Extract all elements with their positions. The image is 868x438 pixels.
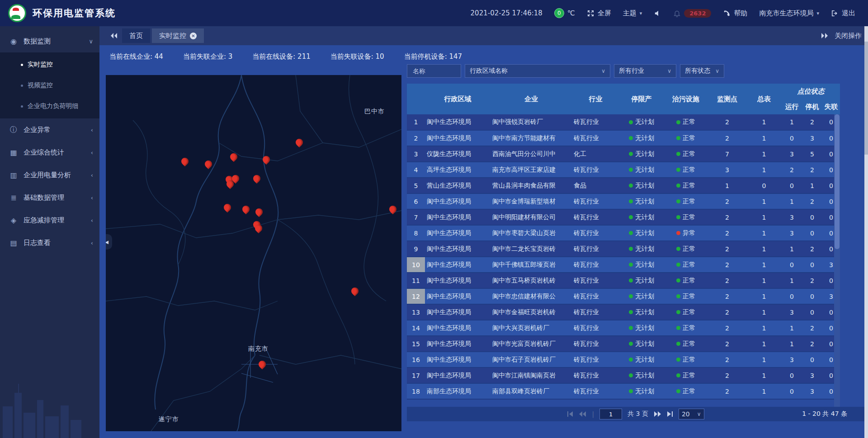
cell-company: 阆中市江南镇阆南页岩: [491, 367, 572, 383]
sidebar-item-基础数据管理[interactable]: ≣基础数据管理‹: [0, 186, 99, 209]
table-row[interactable]: 14阆中生态环境局阆中大兴页岩机砖厂砖瓦行业无计划正常21120: [407, 320, 840, 336]
industry-select[interactable]: 所有行业∨: [614, 64, 676, 78]
sidebar-subitem-企业电力负荷明细[interactable]: 企业电力负荷明细: [0, 96, 99, 117]
sidebar-item-日志查看[interactable]: ▤日志查看‹: [0, 231, 99, 254]
table-row[interactable]: 4高坪生态环境局南充市高坪区王家店建砖瓦行业无计划正常31220: [407, 162, 840, 178]
status-dot-icon: [676, 373, 680, 377]
table-row[interactable]: 10阆中生态环境局阆中千佛镇五郎垭页岩砖瓦行业无计划正常21003: [407, 257, 840, 273]
table-scrollbar-thumb[interactable]: [835, 114, 840, 249]
page-number-input[interactable]: [599, 409, 622, 419]
fullscreen-button[interactable]: 全屏: [587, 9, 611, 18]
sidebar: ◉数据监测∨实时监控视频监控企业电力负荷明细ⓘ企业异常‹▦企业综合统计‹▥企业用…: [0, 26, 99, 438]
table-row[interactable]: 6阆中生态环境局阆中市金博瑞新型墙材砖瓦行业无计划正常21120: [407, 193, 840, 209]
status-dot-icon: [629, 215, 633, 219]
chevron-down-icon: ∨: [697, 411, 701, 417]
table-row[interactable]: 1阆中生态环境局阆中强锐页岩砖厂砖瓦行业无计划正常21120: [407, 114, 840, 130]
cell-company: 阆中市忠信建材有限公: [491, 288, 572, 304]
skyline-decoration: [0, 366, 99, 438]
region-select[interactable]: 行政区域名称∨: [465, 64, 610, 78]
status-dot-icon: [676, 152, 680, 156]
status-dot-icon: [676, 215, 680, 219]
cell-stopped: 2: [802, 273, 822, 288]
filter-bar: 行政区域名称∨ 所有行业∨ 所有状态∨: [407, 64, 724, 78]
chevron-collapsed-icon: ‹: [91, 149, 93, 156]
cell-industry: 砖瓦行业: [572, 288, 619, 304]
theme-menu[interactable]: 主题▾: [623, 9, 642, 18]
cell-run: 3: [782, 304, 802, 320]
tab-首页[interactable]: 首页: [122, 28, 150, 43]
cell-points: 3: [708, 162, 746, 178]
status-dot-icon: [629, 294, 633, 298]
table-row[interactable]: 9阆中生态环境局阆中市二龙长宝页岩砖砖瓦行业无计划正常21120: [407, 241, 840, 257]
cell-facility-status: 正常: [664, 352, 708, 367]
sidebar-item-企业用电量分析[interactable]: ▥企业用电量分析‹: [0, 164, 99, 186]
stat-item: 当前停机设备: 147: [404, 52, 462, 61]
cell-region: 阆中生态环境局: [425, 367, 491, 383]
sidebar-item-应急减排管理[interactable]: ◈应急减排管理‹: [0, 209, 99, 231]
table-scrollbar[interactable]: [834, 114, 840, 407]
table-row[interactable]: 13阆中生态环境局阆中市金福旺页岩机砖砖瓦行业无计划正常21300: [407, 304, 840, 320]
cell-stop-status: 无计划: [619, 162, 664, 178]
first-page-button[interactable]: [567, 411, 574, 417]
table-row[interactable]: 5营山生态环境局营山县润丰肉食品有限食品无计划正常10010: [407, 178, 840, 193]
cell-stopped: 0: [802, 257, 822, 273]
close-operations-menu[interactable]: 关闭操作: [821, 32, 862, 40]
tabs-scroll-left-button[interactable]: [110, 33, 118, 39]
cell-stop-status: 无计划: [619, 209, 664, 225]
table-row[interactable]: 15阆中生态环境局阆中市光富页岩机砖厂砖瓦行业无计划正常21120: [407, 336, 840, 352]
cell-stopped: 0: [802, 209, 822, 225]
table-row[interactable]: 16阆中生态环境局阆中市石子页岩机砖厂砖瓦行业无计划正常21300: [407, 352, 840, 367]
mute-button[interactable]: [654, 9, 661, 17]
org-menu[interactable]: 南充市生态环境局▾: [759, 9, 819, 18]
cell-company: 阆中市光富页岩机砖厂: [491, 336, 572, 352]
page-scrollbar[interactable]: [864, 26, 868, 438]
table-row[interactable]: 2阆中生态环境局阆中市南方节能建材有砖瓦行业无计划正常21030: [407, 130, 840, 146]
cell-industry: 食品: [572, 178, 619, 193]
logout-button[interactable]: 退出: [831, 9, 855, 18]
status-dot-icon: [676, 358, 680, 362]
next-page-button[interactable]: [654, 411, 661, 417]
table-row[interactable]: 8阆中生态环境局阆中市枣碧大梁山页岩砖瓦行业无计划异常21300: [407, 225, 840, 241]
col-lost: 失联: [822, 99, 840, 114]
last-page-button[interactable]: [666, 411, 673, 417]
speaker-icon: [654, 9, 661, 17]
status-dot-icon: [676, 199, 680, 203]
name-input[interactable]: [412, 67, 456, 75]
notifications[interactable]: 2632: [673, 9, 711, 18]
map-panel[interactable]: 巴中市南充市遂宁市 ◀: [106, 75, 401, 431]
page-scrollbar-thumb[interactable]: [864, 42, 868, 155]
sidebar-subitem-视频监控[interactable]: 视频监控: [0, 75, 99, 96]
app-title: 环保用电监管系统: [33, 7, 116, 19]
help-button[interactable]: 帮助: [723, 9, 747, 18]
cell-company: 阆中强锐页岩砖厂: [491, 114, 572, 130]
table-row[interactable]: 11阆中生态环境局阆中市五马桥页岩机砖砖瓦行业无计划正常21120: [407, 273, 840, 288]
sidebar-subitem-实时监控[interactable]: 实时监控: [0, 54, 99, 75]
cell-meters: 1: [746, 225, 782, 241]
cell-facility-status: 正常: [664, 367, 708, 383]
cell-company: 南充市高坪区王家店建: [491, 162, 572, 178]
tab-close-icon[interactable]: ✕: [190, 33, 197, 39]
status-select[interactable]: 所有状态∨: [680, 64, 724, 78]
bell-icon: [673, 9, 681, 17]
tab-label: 首页: [129, 32, 143, 40]
table-row[interactable]: 7阆中生态环境局阆中明阳建材有限公司砖瓦行业无计划正常21300: [407, 209, 840, 225]
prev-page-button[interactable]: [579, 411, 586, 417]
page-size-select[interactable]: 20∨: [679, 409, 704, 419]
sidebar-item-企业综合统计[interactable]: ▦企业综合统计‹: [0, 141, 99, 164]
sidebar-menu: ◉数据监测∨实时监控视频监控企业电力负荷明细ⓘ企业异常‹▦企业综合统计‹▥企业用…: [0, 26, 99, 254]
status-dot-icon: [676, 231, 680, 235]
cell-stopped: 3: [802, 383, 822, 399]
sidebar-item-企业异常[interactable]: ⓘ企业异常‹: [0, 118, 99, 141]
table-row[interactable]: 3仪陇生态环境局西南油气田分公司川中化工无计划正常71350: [407, 146, 840, 162]
row-number: 7: [407, 209, 425, 225]
table-row[interactable]: 18南部生态环境局南部县双峰页岩砖厂砖瓦行业无计划正常21030: [407, 383, 840, 399]
table-row[interactable]: 17阆中生态环境局阆中市江南镇阆南页岩砖瓦行业无计划正常21030: [407, 367, 840, 383]
tab-实时监控[interactable]: 实时监控✕: [152, 28, 204, 43]
sidebar-item-数据监测[interactable]: ◉数据监测∨: [0, 30, 99, 52]
panel-collapse-toggle[interactable]: ◀: [106, 234, 112, 250]
status-dot-icon: [629, 152, 633, 156]
sidebar-item-label: 日志查看: [24, 239, 85, 247]
emergency-icon: ◈: [9, 216, 18, 225]
pager-separator: |: [592, 410, 594, 418]
table-row[interactable]: 12阆中生态环境局阆中市忠信建材有限公砖瓦行业无计划正常21003: [407, 288, 840, 304]
